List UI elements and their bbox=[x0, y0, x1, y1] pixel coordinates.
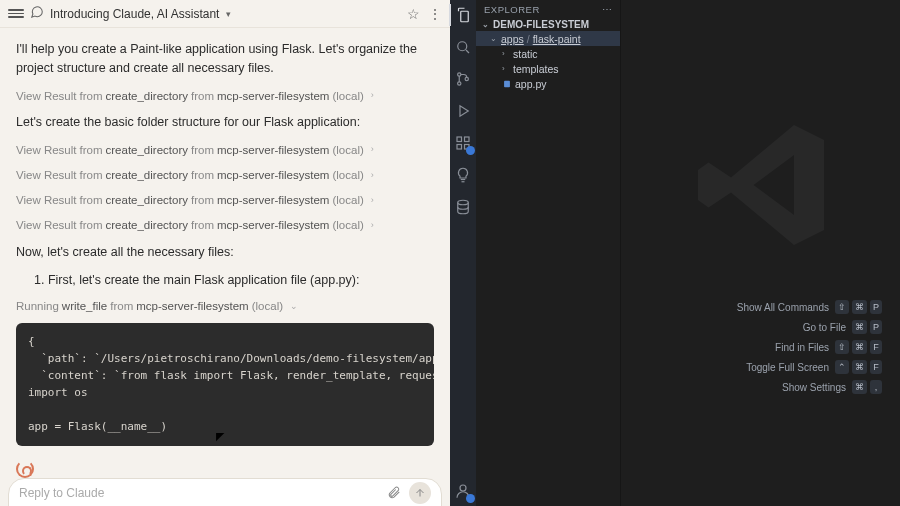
cmd-show-all: Show All Commands ⇧ ⌘ P bbox=[737, 300, 882, 314]
chat-body: I'll help you create a Paint-like applic… bbox=[0, 28, 450, 506]
svg-point-1 bbox=[458, 73, 461, 76]
file-tree: ⌄ apps / flask-paint › static › template… bbox=[476, 31, 620, 91]
code-block[interactable]: { `path`: `/Users/pietroschirano/Downloa… bbox=[16, 323, 434, 445]
python-file-icon bbox=[502, 79, 512, 89]
more-icon[interactable]: ⋮ bbox=[428, 6, 442, 22]
tool-running-line[interactable]: Running write_file from mcp-server-files… bbox=[16, 298, 434, 315]
chat-title-text: Introducing Claude, AI Assistant bbox=[50, 7, 219, 21]
tool-result-line[interactable]: View Resultfrom create_directoryfrom mcp… bbox=[16, 167, 434, 184]
svg-rect-10 bbox=[504, 80, 510, 87]
command-hints: Show All Commands ⇧ ⌘ P Go to File ⌘ P F… bbox=[737, 300, 882, 394]
tool-result-line[interactable]: View Resultfrom create_directoryfrom mcp… bbox=[16, 217, 434, 234]
tree-folder-apps[interactable]: ⌄ apps / flask-paint bbox=[476, 31, 620, 46]
menu-icon[interactable] bbox=[8, 6, 24, 22]
chat-bubble-icon bbox=[30, 5, 44, 22]
chevron-down-icon: ⌄ bbox=[482, 20, 490, 29]
chevron-right-icon: › bbox=[502, 64, 510, 73]
tree-folder-templates[interactable]: › templates bbox=[476, 61, 620, 76]
more-icon[interactable]: ⋯ bbox=[602, 4, 613, 15]
explorer-title: EXPLORER bbox=[484, 4, 540, 15]
svg-point-3 bbox=[465, 77, 468, 80]
svg-rect-6 bbox=[457, 145, 462, 150]
svg-point-9 bbox=[460, 485, 466, 491]
workspace-root[interactable]: ⌄ DEMO-FILESYSTEM bbox=[476, 18, 620, 31]
assistant-step: 1. First, let's create the main Flask ap… bbox=[34, 271, 434, 290]
claude-panel: Introducing Claude, AI Assistant ▾ ☆ ⋮ I… bbox=[0, 0, 450, 506]
tool-result-line[interactable]: View Resultfrom create_directoryfrom mcp… bbox=[16, 142, 434, 159]
vscode-panel: EXPLORER ⋯ ⌄ DEMO-FILESYSTEM ⌄ apps / fl… bbox=[450, 0, 900, 506]
source-control-icon[interactable] bbox=[454, 70, 472, 88]
attach-icon[interactable] bbox=[385, 484, 403, 502]
explorer-header: EXPLORER ⋯ bbox=[476, 0, 620, 18]
key-p: P bbox=[870, 300, 882, 314]
key-cmd: ⌘ bbox=[852, 300, 867, 314]
star-icon[interactable]: ☆ bbox=[407, 6, 420, 22]
key-shift: ⇧ bbox=[835, 300, 849, 314]
chevron-right-icon: › bbox=[502, 49, 510, 58]
tool-result-line[interactable]: View Result from create_directory from m… bbox=[16, 88, 434, 105]
chevron-down-icon: ⌄ bbox=[490, 34, 498, 43]
cmd-goto-file: Go to File ⌘ P bbox=[737, 320, 882, 334]
svg-point-2 bbox=[458, 82, 461, 85]
badge-icon bbox=[466, 146, 475, 155]
assistant-text: I'll help you create a Paint-like applic… bbox=[16, 40, 434, 78]
reply-placeholder: Reply to Claude bbox=[19, 486, 104, 500]
cmd-toggle-fullscreen: Toggle Full Screen ⌃ ⌘ F bbox=[737, 360, 882, 374]
send-button[interactable] bbox=[409, 482, 431, 504]
vscode-watermark-icon bbox=[686, 110, 836, 262]
workspace-root-name: DEMO-FILESYSTEM bbox=[493, 19, 589, 30]
chat-header: Introducing Claude, AI Assistant ▾ ☆ ⋮ bbox=[0, 0, 450, 28]
activity-bar bbox=[450, 0, 476, 506]
svg-point-8 bbox=[458, 200, 469, 205]
accounts-icon[interactable] bbox=[454, 482, 472, 500]
database-icon[interactable] bbox=[454, 198, 472, 216]
extensions-icon[interactable] bbox=[454, 134, 472, 152]
search-activity-icon[interactable] bbox=[454, 38, 472, 56]
run-debug-icon[interactable] bbox=[454, 102, 472, 120]
chat-title[interactable]: Introducing Claude, AI Assistant ▾ bbox=[50, 7, 231, 21]
chevron-right-icon: › bbox=[371, 89, 374, 103]
lightbulb-icon[interactable] bbox=[454, 166, 472, 184]
svg-rect-5 bbox=[465, 137, 470, 142]
reply-input[interactable]: Reply to Claude bbox=[8, 478, 442, 506]
chevron-down-icon: ⌄ bbox=[290, 300, 298, 314]
cmd-show-settings: Show Settings ⌘ , bbox=[737, 380, 882, 394]
svg-point-0 bbox=[458, 42, 467, 51]
explorer-sidebar: EXPLORER ⋯ ⌄ DEMO-FILESYSTEM ⌄ apps / fl… bbox=[476, 0, 621, 506]
tree-file-app-py[interactable]: app.py bbox=[476, 76, 620, 91]
chevron-down-icon: ▾ bbox=[226, 9, 231, 19]
assistant-text: Let's create the basic folder structure … bbox=[16, 113, 434, 132]
loading-spinner-icon bbox=[16, 460, 34, 478]
assistant-text: Now, let's create all the necessary file… bbox=[16, 243, 434, 262]
tree-folder-static[interactable]: › static bbox=[476, 46, 620, 61]
cmd-find-files: Find in Files ⇧ ⌘ F bbox=[737, 340, 882, 354]
tool-result-line[interactable]: View Resultfrom create_directoryfrom mcp… bbox=[16, 192, 434, 209]
editor-area: Show All Commands ⇧ ⌘ P Go to File ⌘ P F… bbox=[621, 0, 900, 506]
badge-icon bbox=[466, 494, 475, 503]
svg-rect-4 bbox=[457, 137, 462, 142]
explorer-icon[interactable] bbox=[454, 6, 472, 24]
